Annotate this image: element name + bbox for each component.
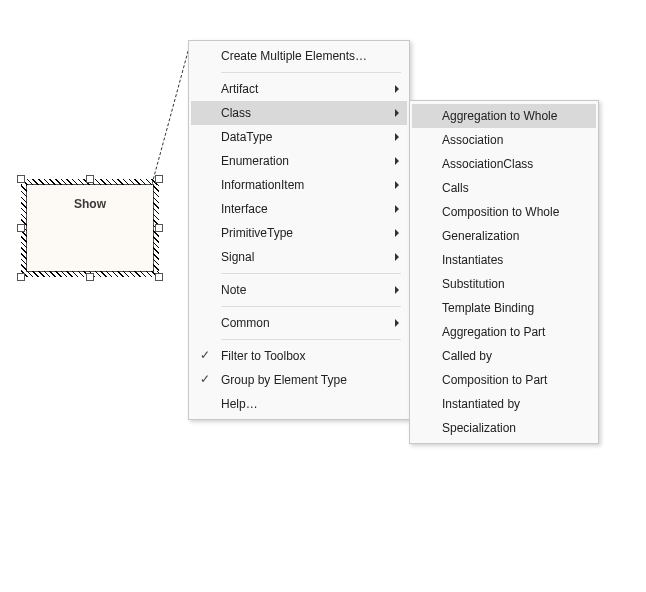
- menu-label: Template Binding: [442, 301, 534, 315]
- resize-handle[interactable]: [86, 273, 94, 281]
- submenu-item-aggregation-to-part[interactable]: Aggregation to Part: [412, 320, 596, 344]
- check-icon: ✓: [200, 371, 210, 387]
- menu-label: Substitution: [442, 277, 505, 291]
- selected-element[interactable]: Show: [26, 184, 154, 272]
- menu-label: PrimitiveType: [221, 226, 293, 240]
- menu-label: Generalization: [442, 229, 519, 243]
- submenu-item-associationclass[interactable]: AssociationClass: [412, 152, 596, 176]
- menu-item-note[interactable]: Note: [191, 278, 407, 302]
- menu-item-artifact[interactable]: Artifact: [191, 77, 407, 101]
- submenu-arrow-icon: [395, 133, 399, 141]
- menu-separator: [221, 339, 401, 340]
- submenu-item-instantiates[interactable]: Instantiates: [412, 248, 596, 272]
- menu-label: Instantiates: [442, 253, 503, 267]
- submenu-item-aggregation-to-whole[interactable]: Aggregation to Whole: [412, 104, 596, 128]
- menu-item-enumeration[interactable]: Enumeration: [191, 149, 407, 173]
- menu-label: Composition to Part: [442, 373, 547, 387]
- submenu-arrow-icon: [395, 109, 399, 117]
- menu-separator: [221, 72, 401, 73]
- resize-handle[interactable]: [155, 175, 163, 183]
- menu-label: Filter to Toolbox: [221, 349, 306, 363]
- submenu-arrow-icon: [395, 229, 399, 237]
- menu-item-filter-toolbox[interactable]: ✓ Filter to Toolbox: [191, 344, 407, 368]
- menu-label: DataType: [221, 130, 272, 144]
- submenu-arrow-icon: [395, 85, 399, 93]
- menu-label: Interface: [221, 202, 268, 216]
- menu-separator: [221, 273, 401, 274]
- submenu-item-calls[interactable]: Calls: [412, 176, 596, 200]
- menu-label: Create Multiple Elements…: [221, 49, 367, 63]
- submenu-item-template-binding[interactable]: Template Binding: [412, 296, 596, 320]
- menu-item-primitivetype[interactable]: PrimitiveType: [191, 221, 407, 245]
- menu-label: Signal: [221, 250, 254, 264]
- leader-line: [152, 44, 192, 194]
- submenu-arrow-icon: [395, 253, 399, 261]
- submenu-item-association[interactable]: Association: [412, 128, 596, 152]
- menu-item-help[interactable]: Help…: [191, 392, 407, 416]
- menu-label: InformationItem: [221, 178, 304, 192]
- menu-label: Note: [221, 283, 246, 297]
- resize-handle[interactable]: [155, 273, 163, 281]
- menu-item-group-by-type[interactable]: ✓ Group by Element Type: [191, 368, 407, 392]
- submenu-arrow-icon: [395, 319, 399, 327]
- menu-label: Help…: [221, 397, 258, 411]
- menu-item-informationitem[interactable]: InformationItem: [191, 173, 407, 197]
- submenu-item-specialization[interactable]: Specialization: [412, 416, 596, 440]
- menu-item-interface[interactable]: Interface: [191, 197, 407, 221]
- submenu-item-instantiated-by[interactable]: Instantiated by: [412, 392, 596, 416]
- menu-item-signal[interactable]: Signal: [191, 245, 407, 269]
- submenu-arrow-icon: [395, 286, 399, 294]
- menu-label: Enumeration: [221, 154, 289, 168]
- menu-item-common[interactable]: Common: [191, 311, 407, 335]
- submenu-item-composition-to-whole[interactable]: Composition to Whole: [412, 200, 596, 224]
- menu-label: Aggregation to Part: [442, 325, 545, 339]
- menu-separator: [221, 306, 401, 307]
- menu-label: Composition to Whole: [442, 205, 559, 219]
- submenu-arrow-icon: [395, 205, 399, 213]
- submenu-arrow-icon: [395, 157, 399, 165]
- menu-label: Aggregation to Whole: [442, 109, 557, 123]
- menu-label: AssociationClass: [442, 157, 533, 171]
- check-icon: ✓: [200, 347, 210, 363]
- element-title: Show: [27, 197, 153, 211]
- resize-handle[interactable]: [17, 175, 25, 183]
- menu-label: Group by Element Type: [221, 373, 347, 387]
- submenu-item-composition-to-part[interactable]: Composition to Part: [412, 368, 596, 392]
- submenu-item-substitution[interactable]: Substitution: [412, 272, 596, 296]
- menu-label: Instantiated by: [442, 397, 520, 411]
- menu-label: Class: [221, 106, 251, 120]
- menu-label: Common: [221, 316, 270, 330]
- context-menu: Create Multiple Elements… Artifact Class…: [188, 40, 410, 420]
- menu-item-create-multiple[interactable]: Create Multiple Elements…: [191, 44, 407, 68]
- submenu-item-generalization[interactable]: Generalization: [412, 224, 596, 248]
- submenu-item-called-by[interactable]: Called by: [412, 344, 596, 368]
- svg-line-0: [152, 44, 190, 184]
- resize-handle[interactable]: [86, 175, 94, 183]
- resize-handle[interactable]: [17, 224, 25, 232]
- menu-label: Artifact: [221, 82, 258, 96]
- menu-label: Association: [442, 133, 503, 147]
- resize-handle[interactable]: [17, 273, 25, 281]
- menu-label: Called by: [442, 349, 492, 363]
- menu-label: Specialization: [442, 421, 516, 435]
- menu-item-class[interactable]: Class: [191, 101, 407, 125]
- menu-item-datatype[interactable]: DataType: [191, 125, 407, 149]
- submenu-class: Aggregation to Whole Association Associa…: [409, 100, 599, 444]
- resize-handle[interactable]: [155, 224, 163, 232]
- menu-label: Calls: [442, 181, 469, 195]
- submenu-arrow-icon: [395, 181, 399, 189]
